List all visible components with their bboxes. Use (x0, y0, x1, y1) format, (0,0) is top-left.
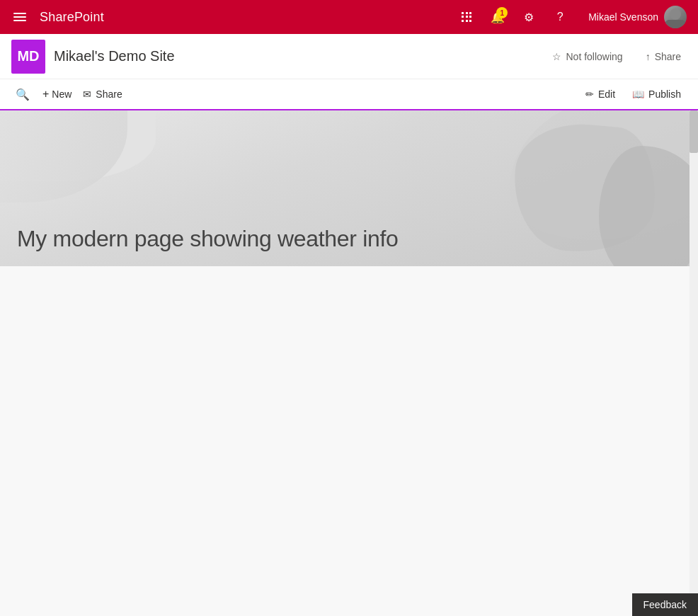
command-bar: 🔍 + New ✉ Share ✏ Edit 📖 Publish (0, 79, 698, 110)
edit-button[interactable]: ✏ Edit (580, 86, 621, 103)
not-following-button[interactable]: ☆ Not following (547, 48, 628, 65)
publish-label: Publish (648, 89, 681, 100)
command-bar-right: ✏ Edit 📖 Publish (580, 86, 687, 103)
notification-badge: 1 (496, 7, 508, 18)
feedback-button[interactable]: Feedback (632, 593, 698, 616)
site-header: MD Mikael's Demo Site ☆ Not following ↑ … (0, 34, 698, 79)
plus-icon: + (42, 88, 49, 101)
share-icon: ↑ (646, 51, 651, 62)
edit-label: Edit (598, 89, 615, 100)
share-header-label: Share (655, 51, 681, 62)
user-menu[interactable]: Mikael Svenson (583, 3, 692, 31)
star-icon: ☆ (552, 51, 561, 62)
site-logo: MD (11, 40, 45, 74)
nav-right-section: 🔔 1 ⚙ ? Mikael Svenson (452, 3, 692, 31)
new-button[interactable]: + New (37, 85, 77, 103)
site-header-right: ☆ Not following ↑ Share (547, 48, 687, 65)
pencil-icon: ✏ (585, 89, 594, 100)
hero-shape-4 (0, 110, 127, 203)
brand-name: SharePoint (40, 10, 104, 25)
new-label: New (52, 89, 71, 100)
site-title: Mikael's Demo Site (54, 48, 175, 64)
publish-button[interactable]: 📖 Publish (627, 86, 687, 103)
page-content: My modern page showing weather info (0, 110, 698, 616)
user-display-name: Mikael Svenson (588, 11, 658, 23)
notifications-button[interactable]: 🔔 1 (484, 3, 512, 31)
scrollbar-thumb[interactable] (690, 110, 698, 153)
search-button[interactable]: 🔍 (11, 83, 34, 105)
share-command-button[interactable]: ✉ Share (77, 86, 127, 103)
search-icon: 🔍 (16, 88, 30, 101)
help-button[interactable]: ? (546, 3, 574, 31)
not-following-label: Not following (566, 51, 622, 62)
gear-icon: ⚙ (524, 11, 534, 24)
apps-grid-icon (462, 12, 471, 22)
share-header-button[interactable]: ↑ Share (640, 48, 687, 65)
hero-banner: My modern page showing weather info (0, 110, 698, 266)
top-navigation: SharePoint 🔔 1 ⚙ ? Mikael Svenson (0, 0, 698, 34)
scrollbar-track[interactable] (690, 110, 698, 616)
hamburger-menu-button[interactable] (6, 3, 34, 31)
user-avatar (664, 6, 687, 28)
hamburger-icon (13, 13, 26, 21)
hero-shape-3 (599, 146, 698, 266)
settings-button[interactable]: ⚙ (515, 3, 543, 31)
apps-button[interactable] (452, 3, 481, 31)
share-command-label: Share (96, 89, 122, 100)
question-icon: ? (557, 11, 563, 23)
hero-title: My modern page showing weather info (17, 226, 398, 252)
book-icon: 📖 (632, 89, 644, 100)
email-icon: ✉ (83, 89, 91, 100)
